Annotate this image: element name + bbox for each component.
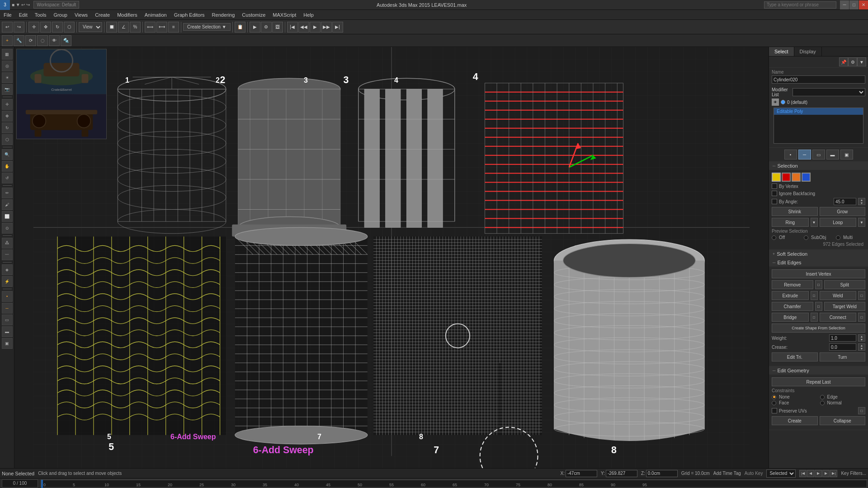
menu-modifiers[interactable]: Modifiers (113, 11, 141, 19)
modify-tab[interactable]: 🔧 (14, 35, 24, 46)
menu-file[interactable]: File (0, 11, 15, 19)
sel-color-blue[interactable] (802, 173, 811, 182)
reactor-btn[interactable]: ⚡ (2, 276, 13, 287)
ignore-backfacing-checkbox[interactable] (772, 191, 777, 196)
connect-btn[interactable]: Connect (820, 313, 857, 322)
panel-pin-btn[interactable]: 📌 (839, 57, 848, 66)
create-selection-btn[interactable]: Create Selection ▼ (183, 23, 231, 31)
by-vertex-checkbox[interactable] (772, 183, 777, 189)
viewport-nav-zoom[interactable]: 🔍 (2, 149, 13, 160)
rotate-btn[interactable]: ↻ (52, 22, 63, 33)
sel-color-red[interactable] (782, 173, 791, 182)
paint-tool[interactable]: ✏ (2, 188, 13, 198)
remove-settings-btn[interactable]: □ (815, 280, 822, 289)
timeline-bar[interactable]: 0 5 10 15 20 25 30 35 40 45 50 55 60 65 … (41, 479, 867, 488)
x-input[interactable] (566, 470, 597, 477)
bridge-btn[interactable]: Bridge (772, 313, 809, 322)
loop-spinner-btn[interactable]: ▼ (858, 218, 865, 227)
tab-select[interactable]: Select (769, 47, 794, 56)
create-geo-btn[interactable]: ▦ (2, 49, 13, 60)
shapes-btn[interactable]: ◎ (2, 61, 13, 71)
panel-expand-btn[interactable]: ▼ (857, 57, 866, 66)
remove-btn[interactable]: Remove (772, 280, 813, 289)
render-btn[interactable]: ▶ (250, 22, 260, 33)
menu-create[interactable]: Create (91, 11, 113, 19)
layer-color-btn[interactable] (781, 100, 785, 104)
preview-subobj-radio[interactable] (804, 235, 808, 240)
crease-down[interactable]: ▼ (859, 347, 865, 350)
subobj-poly-btn[interactable]: ▬ (826, 150, 839, 160)
menu-edit[interactable]: Edit (15, 11, 31, 19)
modifier-dropdown[interactable] (793, 88, 865, 96)
key-filter-dropdown[interactable]: Selected (766, 469, 796, 478)
scale-btn[interactable]: ⬡ (64, 22, 75, 33)
add-time-tag[interactable]: Add Time Tag (713, 471, 741, 476)
workspace-label[interactable]: Workspace: Default (33, 1, 79, 9)
move-tool[interactable]: ✥ (2, 111, 13, 122)
preview-off-radio[interactable] (772, 235, 776, 240)
sel-color-yellow[interactable] (772, 173, 781, 182)
repeat-last-btn[interactable]: Repeat Last (772, 377, 865, 386)
edit-geometry-header[interactable]: ─ Edit Geometry (769, 366, 868, 375)
viewport-nav-pan[interactable]: ✋ (2, 161, 13, 172)
layer-btn[interactable]: ≡ (168, 22, 179, 33)
align-btn[interactable]: ⟷ (156, 22, 167, 33)
target-weld-btn[interactable]: Target Weld (824, 302, 866, 311)
layer-manager-btn[interactable]: 📋 (235, 22, 245, 33)
frame-display[interactable]: 0 / 100 (2, 479, 38, 488)
viewport-nav-orbit[interactable]: ↺ (2, 173, 13, 183)
pb-next-key[interactable]: ▶| (830, 470, 837, 477)
playback-play-btn[interactable]: ▶ (310, 22, 321, 33)
mirror-btn[interactable]: ⟺ (145, 22, 156, 33)
weld-settings-btn[interactable]: □ (858, 291, 865, 300)
morph-tool[interactable]: ⊙ (2, 223, 13, 234)
playback-start-btn[interactable]: |◀ (287, 22, 298, 33)
space-warp-btn[interactable]: 〰 (2, 249, 13, 260)
render-frame-btn[interactable]: 🖼 (272, 22, 283, 33)
bridge-settings-btn[interactable]: □ (811, 313, 818, 322)
extrude-settings-btn[interactable]: □ (811, 291, 818, 300)
subobj-element[interactable]: ▣ (2, 338, 13, 349)
search-input[interactable] (764, 1, 836, 9)
undo-btn[interactable]: ↩ (2, 22, 13, 33)
pb-play[interactable]: ▶ (815, 470, 822, 477)
weight-input[interactable] (829, 334, 856, 342)
constraint-normal-radio[interactable] (820, 401, 825, 405)
constraint-none-radio[interactable] (772, 395, 776, 399)
bone-tool[interactable]: ⬜ (2, 211, 13, 222)
chamfer-btn[interactable]: Chamfer (772, 302, 813, 311)
turn-btn[interactable]: Turn (820, 352, 866, 361)
weight-down[interactable]: ▼ (859, 338, 865, 341)
panel-settings-btn[interactable]: ⚙ (848, 57, 857, 66)
pb-next-frame[interactable]: ▶ (822, 470, 830, 477)
menu-animation[interactable]: Animation (141, 11, 170, 19)
sel-color-orange[interactable] (792, 173, 801, 182)
render-settings-btn[interactable]: ⚙ (261, 22, 272, 33)
viewport-area[interactable]: Crate&Barrel (14, 47, 769, 468)
percent-snap-btn[interactable]: % (130, 22, 141, 33)
menu-help[interactable]: Help (300, 11, 317, 19)
connect-settings-btn[interactable]: □ (858, 313, 865, 322)
chamfer-settings-btn[interactable]: □ (815, 302, 822, 311)
playback-end-btn[interactable]: ▶| (332, 22, 343, 33)
subobj-edge[interactable]: ─ (2, 303, 13, 314)
menu-tools[interactable]: Tools (31, 11, 50, 19)
menu-views[interactable]: Views (71, 11, 91, 19)
loop-btn[interactable]: Loop (820, 218, 857, 227)
hierarchy-tab[interactable]: ⟳ (25, 35, 36, 46)
z-input[interactable] (646, 470, 678, 477)
pb-prev-frame[interactable]: ◀ (807, 470, 814, 477)
maximize-btn[interactable]: □ (849, 0, 859, 9)
menu-maxscript[interactable]: MAXScript (269, 11, 300, 19)
playback-next-btn[interactable]: ▶▶ (321, 22, 332, 33)
ring-spinner-btn[interactable]: ▼ (811, 218, 818, 227)
view-dropdown[interactable]: View (79, 22, 102, 32)
key-filters-btn[interactable]: Key Filters... (841, 471, 866, 476)
particle-btn[interactable]: ⁂ (2, 238, 13, 249)
menu-graph-editors[interactable]: Graph Editors (170, 11, 208, 19)
motion-tab[interactable]: ◌ (37, 35, 48, 46)
by-angle-input[interactable] (834, 198, 856, 205)
by-angle-down[interactable]: ▼ (859, 202, 865, 205)
y-input[interactable] (606, 470, 637, 477)
preview-multi-radio[interactable] (836, 235, 840, 240)
